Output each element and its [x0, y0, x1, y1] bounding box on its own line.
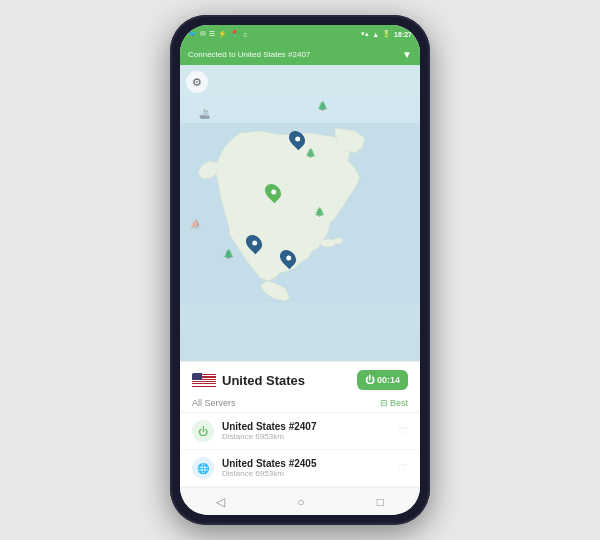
server-distance-2405: Distance 6953km [222, 469, 398, 478]
music-icon: ♫ [242, 31, 247, 38]
server-item-2405[interactable]: 🌐 United States #2405 Distance 6953km ♡ [180, 450, 420, 487]
bottom-panel: United States ⏻ 00:14 All Servers ⊟ Best [180, 361, 420, 487]
tree-icon-3: 🌲 [314, 207, 325, 217]
mail-icon: ✉ [200, 30, 206, 38]
phone-screen: 🐦 ✉ ☰ ⚡ 📍 ♫ ▾▴ ▲ 🔋 16:27 Connected to Un… [180, 25, 420, 515]
map-pin-mexico[interactable] [247, 234, 261, 252]
filter-bar: All Servers ⊟ Best [180, 396, 420, 413]
server-distance-2407: Distance 6953km [222, 432, 398, 441]
country-name: United States [222, 373, 305, 388]
map-pin-caribbean[interactable] [281, 249, 295, 267]
chevron-down-icon: ▼ [402, 49, 412, 60]
connect-timer: 00:14 [377, 375, 400, 385]
flash-icon: ⚡ [218, 30, 227, 38]
server-item-2407[interactable]: ⏻ United States #2407 Distance 6953km ♡ [180, 413, 420, 450]
connect-button[interactable]: ⏻ 00:14 [357, 370, 408, 390]
server-globe-icon: 🌐 [197, 463, 209, 474]
server-icon-2407: ⏻ [192, 420, 214, 442]
svg-point-2 [333, 238, 343, 244]
map-area: ⚙ [180, 65, 420, 361]
status-icons-left: 🐦 ✉ ☰ ⚡ 📍 ♫ [188, 30, 247, 38]
tree-icon-1: 🌲 [317, 101, 328, 111]
signal-icon: ▾▴ [361, 30, 369, 38]
boat-icon-1: ⛵ [190, 219, 201, 229]
tree-icon-4: 🌲 [223, 249, 234, 259]
recent-button[interactable]: □ [377, 495, 384, 509]
server-info-2405: United States #2405 Distance 6953km [222, 458, 398, 478]
map-pin-usa-active[interactable] [266, 183, 280, 201]
country-left: United States [192, 373, 305, 388]
settings-button[interactable]: ⚙ [186, 71, 208, 93]
server-list: ⏻ United States #2407 Distance 6953km ♡ … [180, 413, 420, 487]
map-svg [180, 65, 420, 361]
server-name-2405: United States #2405 [222, 458, 398, 469]
home-button[interactable]: ○ [297, 495, 304, 509]
favorite-icon-2405[interactable]: ♡ [398, 462, 408, 475]
power-icon-green: ⏻ [198, 426, 208, 437]
back-button[interactable]: ◁ [216, 495, 225, 509]
server-name-2407: United States #2407 [222, 421, 398, 432]
favorite-icon-2407[interactable]: ♡ [398, 425, 408, 438]
country-header: United States ⏻ 00:14 [180, 362, 420, 396]
gear-icon: ⚙ [192, 76, 202, 89]
location-icon: 📍 [230, 30, 239, 38]
us-flag [192, 373, 216, 388]
filter-icon: ⊟ [380, 398, 388, 408]
boat-icon-2: 🚢 [199, 109, 210, 119]
server-icon-2405: 🌐 [192, 457, 214, 479]
battery-icon: 🔋 [382, 30, 391, 38]
connection-text: Connected to United States #2407 [188, 50, 310, 59]
twitter-icon: 🐦 [188, 30, 197, 38]
power-icon: ⏻ [365, 375, 374, 385]
phone-frame: 🐦 ✉ ☰ ⚡ 📍 ♫ ▾▴ ▲ 🔋 16:27 Connected to Un… [170, 15, 430, 525]
map-pin-canada[interactable] [290, 130, 304, 148]
status-time: 16:27 [394, 31, 412, 38]
status-right: ▾▴ ▲ 🔋 16:27 [361, 30, 412, 38]
status-bar: 🐦 ✉ ☰ ⚡ 📍 ♫ ▾▴ ▲ 🔋 16:27 [180, 25, 420, 43]
best-filter-button[interactable]: ⊟ Best [380, 398, 408, 408]
server-info-2407: United States #2407 Distance 6953km [222, 421, 398, 441]
connection-bar[interactable]: Connected to United States #2407 ▼ [180, 43, 420, 65]
nav-bar: ◁ ○ □ [180, 487, 420, 515]
all-servers-label: All Servers [192, 398, 236, 408]
best-label: Best [390, 398, 408, 408]
tree-icon-2: 🌲 [305, 148, 316, 158]
menu-icon: ☰ [209, 30, 215, 38]
wifi-icon: ▲ [372, 31, 379, 38]
